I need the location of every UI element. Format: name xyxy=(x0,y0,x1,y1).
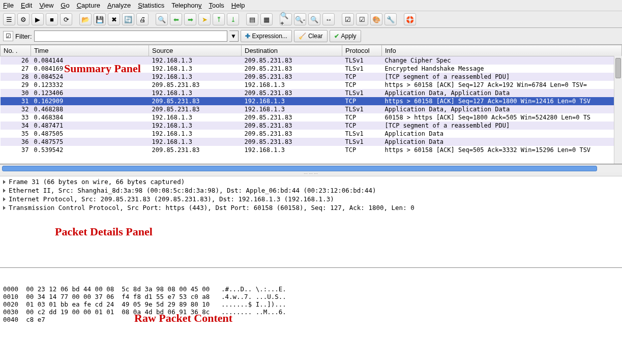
capture-filter-icon[interactable]: ☑ xyxy=(342,13,354,25)
expression-label: Expression... xyxy=(252,33,287,40)
back-icon[interactable]: ⬅ xyxy=(170,13,182,25)
filter-input[interactable] xyxy=(34,31,227,42)
expand-icon[interactable]: ▤ xyxy=(246,13,258,25)
table-row[interactable]: 260.084144192.168.1.3209.85.231.83TLSv1C… xyxy=(1,56,622,65)
expand-triangle-icon[interactable] xyxy=(3,189,6,193)
start-capture-icon[interactable]: ▶ xyxy=(32,13,44,25)
horizontal-scrollbar[interactable] xyxy=(0,164,622,172)
menu-capture[interactable]: Capture xyxy=(77,2,100,9)
hex-line[interactable]: 0000 00 23 12 06 bd 44 00 08 5c 8d 3a 98… xyxy=(3,285,619,293)
col-header-time[interactable]: Time xyxy=(31,45,149,56)
zoom-in-icon[interactable]: 🔍+ xyxy=(280,13,292,25)
zoom-reset-icon[interactable]: 🔍 xyxy=(308,13,320,25)
table-row[interactable]: 360.487575192.168.1.3209.85.231.83TLSv1A… xyxy=(1,138,622,146)
table-row[interactable]: 350.487505192.168.1.3209.85.231.83TLSv1A… xyxy=(1,130,622,138)
menu-file[interactable]: File xyxy=(3,2,14,9)
hex-line[interactable]: 0020 01 03 01 bb ea fe cd 24 49 05 9e 5d… xyxy=(3,300,619,308)
print-icon[interactable]: 🖨 xyxy=(136,13,149,25)
col-header-destination[interactable]: Destination xyxy=(242,45,342,56)
expression-button[interactable]: ✚Expression... xyxy=(241,30,292,42)
list-interfaces-icon[interactable]: ☰ xyxy=(3,13,15,25)
table-row[interactable]: 280.084524192.168.1.3209.85.231.83TCP[TC… xyxy=(1,73,622,81)
menu-telephony[interactable]: Telephony xyxy=(171,2,201,9)
clear-label: Clear xyxy=(308,33,323,40)
save-icon[interactable]: 💾 xyxy=(94,13,106,25)
hex-line[interactable]: 0010 00 34 14 77 00 00 37 06 f4 f8 d1 55… xyxy=(3,293,619,300)
expand-triangle-icon[interactable] xyxy=(3,197,6,201)
table-row[interactable]: 330.468384192.168.1.3209.85.231.83TCP601… xyxy=(1,113,622,122)
open-icon[interactable]: 📂 xyxy=(79,13,92,25)
resize-cols-icon[interactable]: ↔ xyxy=(322,13,335,25)
bottom-icon[interactable]: ⤓ xyxy=(227,13,239,25)
packet-list-table[interactable]: No. . Time Source Destination Protocol I… xyxy=(0,45,622,154)
detail-tree-item[interactable]: Transmission Control Protocol, Src Port:… xyxy=(0,203,622,212)
menu-analyze[interactable]: Analyze xyxy=(107,2,131,9)
vertical-scrollbar[interactable] xyxy=(614,56,622,164)
close-icon[interactable]: ✖ xyxy=(108,13,120,25)
capture-options-icon[interactable]: ⚙ xyxy=(17,13,29,25)
colorize-icon[interactable]: 🎨 xyxy=(370,13,382,25)
restart-capture-icon[interactable]: ⟳ xyxy=(60,13,72,25)
col-header-source[interactable]: Source xyxy=(149,45,242,56)
table-row[interactable]: 370.539542209.85.231.83192.168.1.3TCPhtt… xyxy=(1,146,622,154)
menu-help[interactable]: Help xyxy=(231,2,245,9)
apply-label: Apply xyxy=(341,33,357,40)
annotation-details: Packet Details Panel xyxy=(55,225,153,238)
reload-icon[interactable]: 🔄 xyxy=(122,13,134,25)
main-toolbar: ☰ ⚙ ▶ ■ ⟳ 📂 💾 ✖ 🔄 🖨 🔍 ⬅ ➡ ➤ ⤒ ⤓ ▤ ▦ 🔍+ 🔍… xyxy=(0,11,622,28)
table-row[interactable]: 310.162909209.85.231.83192.168.1.3TCPhtt… xyxy=(1,97,622,105)
filter-icon[interactable]: ☑ xyxy=(3,31,13,41)
menu-bar: File Edit View Go Capture Analyze Statis… xyxy=(0,0,622,11)
menu-go[interactable]: Go xyxy=(61,2,69,9)
col-header-no[interactable]: No. . xyxy=(1,45,31,56)
prefs-icon[interactable]: 🔧 xyxy=(384,13,397,25)
filter-toolbar: ☑ Filter: ▼ ✚Expression... 🧹Clear ✔Apply xyxy=(0,28,622,45)
stop-capture-icon[interactable]: ■ xyxy=(46,13,58,25)
table-row[interactable]: 340.487471192.168.1.3209.85.231.83TCP[TC… xyxy=(1,122,622,130)
menu-tools[interactable]: Tools xyxy=(209,2,224,9)
expand-triangle-icon[interactable] xyxy=(3,206,6,210)
menu-view[interactable]: View xyxy=(39,2,53,9)
packet-list-panel: Summary Panel No. . Time Source Destinat… xyxy=(0,45,622,164)
clear-button[interactable]: 🧹Clear xyxy=(294,30,328,42)
table-row[interactable]: 270.084169192.168.1.3209.85.231.83TLSv1E… xyxy=(1,65,622,73)
packet-details-panel: Frame 31 (66 bytes on wire, 66 bytes cap… xyxy=(0,176,622,268)
top-icon[interactable]: ⤒ xyxy=(213,13,225,25)
col-header-protocol[interactable]: Protocol xyxy=(342,45,382,56)
filter-label: Filter: xyxy=(15,33,32,40)
col-header-info[interactable]: Info xyxy=(382,45,622,56)
hex-line[interactable]: 0030 00 c2 dd 19 00 00 01 01 08 0a 4d bd… xyxy=(3,308,619,316)
table-row[interactable]: 300.123406192.168.1.3209.85.231.83TLSv1A… xyxy=(1,89,622,97)
help-icon[interactable]: 🛟 xyxy=(404,13,416,25)
splitter[interactable]: ⋯⋯⋯ xyxy=(0,172,622,176)
display-filter-icon[interactable]: ☑ xyxy=(356,13,368,25)
table-row[interactable]: 290.123332209.85.231.83192.168.1.3TCPhtt… xyxy=(1,81,622,89)
hex-line[interactable]: 0040 c8 e7 .. xyxy=(3,316,619,323)
menu-edit[interactable]: Edit xyxy=(21,2,32,9)
detail-tree-item[interactable]: Ethernet II, Src: Shanghai_8d:3a:98 (00:… xyxy=(0,186,622,195)
forward-icon[interactable]: ➡ xyxy=(184,13,196,25)
apply-button[interactable]: ✔Apply xyxy=(330,30,361,42)
table-row[interactable]: 320.468288209.85.231.83192.168.1.3TLSv1A… xyxy=(1,105,622,113)
packet-bytes-panel: 0000 00 23 12 06 bd 44 00 08 5c 8d 3a 98… xyxy=(0,268,622,364)
menu-statistics[interactable]: Statistics xyxy=(138,2,164,9)
detail-tree-item[interactable]: Frame 31 (66 bytes on wire, 66 bytes cap… xyxy=(0,177,622,186)
find-icon[interactable]: 🔍 xyxy=(156,13,168,25)
filter-dropdown[interactable]: ▼ xyxy=(229,31,239,42)
collapse-icon[interactable]: ▦ xyxy=(260,13,273,25)
jump-icon[interactable]: ➤ xyxy=(198,13,211,25)
expand-triangle-icon[interactable] xyxy=(3,180,6,184)
detail-tree-item[interactable]: Internet Protocol, Src: 209.85.231.83 (2… xyxy=(0,195,622,203)
zoom-out-icon[interactable]: 🔍- xyxy=(294,13,306,25)
